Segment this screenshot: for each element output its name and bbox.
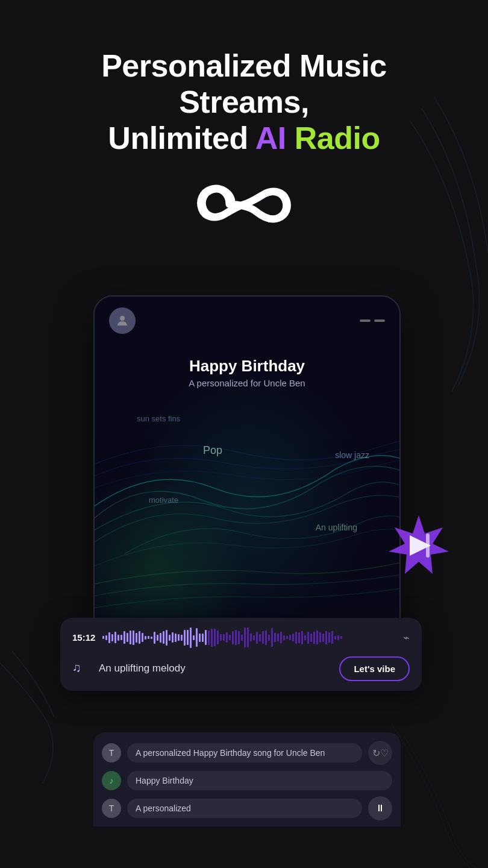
waveform-bar <box>244 627 246 647</box>
svg-text:♫: ♫ <box>72 661 81 674</box>
text-icon-label: T <box>109 748 114 758</box>
waveform-bar <box>298 632 300 643</box>
waveform-bar <box>217 631 219 644</box>
waveform-bar <box>163 631 164 644</box>
waveform-bar <box>124 631 125 644</box>
list-item: T A personalized ⏸ <box>102 796 392 820</box>
phone-mockup: Happy Birthday A personalized for Uncle … <box>93 295 401 639</box>
text2-icon-label: T <box>109 804 114 813</box>
pause-button[interactable]: ⏸ <box>368 796 392 820</box>
list-item-text-2: Happy Birthday <box>127 771 392 790</box>
infinity-logo <box>196 180 292 228</box>
waveform-bar <box>304 635 306 640</box>
waveform-bar <box>178 634 180 641</box>
waveform-bar <box>295 632 297 644</box>
waveform-bar <box>114 632 116 643</box>
waveform-bar <box>111 634 113 641</box>
waveform-bar <box>196 628 198 647</box>
waveform-bar <box>187 630 189 645</box>
list-item-text-3: A personalized <box>127 799 362 818</box>
waveform-bar <box>232 631 234 644</box>
waveform-bar <box>136 633 137 643</box>
lets-vibe-button[interactable]: Let's vibe <box>339 656 410 681</box>
waveform-expand-icon[interactable]: ⌁ <box>403 631 410 644</box>
list-item-icon-music: ♪ <box>102 771 121 790</box>
vibe-input[interactable] <box>99 662 332 675</box>
waveform-bar <box>205 630 207 645</box>
waveform-bar <box>117 635 119 641</box>
list-item-icon-text: T <box>102 743 121 763</box>
waveform-bar <box>334 636 336 640</box>
phone-menu-dots <box>360 319 385 322</box>
dot-2 <box>374 319 385 322</box>
waveform-bar <box>316 631 318 644</box>
svg-point-3 <box>120 316 125 321</box>
waveform-bar <box>331 631 333 644</box>
waveform-bar <box>127 633 128 642</box>
waveform-bar <box>289 635 291 640</box>
waveform-bar <box>133 631 134 646</box>
waveform-bar <box>253 635 255 640</box>
waveform-bar <box>307 632 309 644</box>
header-section: Personalized Music Streams, Unlimited AI… <box>0 0 488 174</box>
headline-line1: Personalized Music <box>101 48 387 83</box>
waveform-bar <box>280 632 282 643</box>
waveform-bar <box>130 631 131 644</box>
waveform-bar <box>102 636 104 639</box>
headline: Personalized Music Streams, Unlimited AI… <box>0 48 488 156</box>
phone-wave-bg <box>95 297 399 638</box>
waveform-bar <box>214 629 216 646</box>
waveform-bar <box>184 630 186 646</box>
waveform-bar <box>247 627 249 647</box>
waveform-bar <box>250 634 252 641</box>
waveform-bar <box>313 632 315 644</box>
waveform-bar <box>223 634 225 641</box>
waveform-bar <box>271 628 273 647</box>
waveform-bar <box>166 630 167 646</box>
waveform-bar <box>120 635 122 640</box>
time-label: 15:12 <box>72 632 96 643</box>
user-avatar <box>109 307 136 334</box>
dot-1 <box>360 319 371 322</box>
waveform-bar <box>274 633 276 642</box>
waveform-bar <box>265 631 267 645</box>
phone-header <box>95 307 399 334</box>
waveform-bar <box>310 634 312 642</box>
waveform-bar <box>325 631 327 644</box>
music-note-icon: ♫ <box>72 659 92 678</box>
waveform-bar <box>268 635 270 641</box>
waveform-bar <box>157 635 158 641</box>
waveform-bar <box>139 631 140 644</box>
genre-tag-pop: Pop <box>203 444 222 457</box>
waveform-bar <box>337 635 339 641</box>
genre-tag-uplifting: An uplifting <box>316 523 357 532</box>
waveform-bar <box>211 629 213 647</box>
headline-line2: Streams, <box>179 84 309 119</box>
waveform-bar <box>241 635 243 641</box>
waveform-bar <box>148 636 149 639</box>
waveform-bar <box>256 632 258 644</box>
app-container: Personalized Music Streams, Unlimited AI… <box>0 0 488 868</box>
song-subtitle: A personalized for Uncle Ben <box>95 378 399 388</box>
genre-tag-jazz: slow jazz <box>335 450 369 460</box>
waveform-bars[interactable] <box>102 627 397 648</box>
waveform-bar <box>190 627 192 648</box>
purple-badge <box>386 512 452 579</box>
waveform-bar <box>181 635 183 641</box>
player-panel: 15:12 ⌁ ♫ Let's vibe <box>60 618 422 691</box>
waveform-bar <box>193 635 195 641</box>
waveform-bar <box>283 635 285 640</box>
waveform-bar <box>277 634 279 641</box>
heart-refresh-button[interactable]: ↻♡ <box>368 741 392 765</box>
waveform-bar <box>220 634 222 641</box>
logo-section <box>0 180 488 228</box>
input-row: ♫ Let's vibe <box>72 656 410 681</box>
waveform-bar <box>238 631 240 644</box>
song-title-section: Happy Birthday A personalized for Uncle … <box>95 357 399 388</box>
svg-rect-2 <box>95 297 399 638</box>
phone-inner: Happy Birthday A personalized for Uncle … <box>95 297 399 638</box>
waveform-bar <box>105 635 107 640</box>
waveform-bar <box>286 636 288 639</box>
list-item-text-1: A personalized Happy Birthday song for U… <box>127 743 362 763</box>
waveform-bar <box>154 632 155 644</box>
